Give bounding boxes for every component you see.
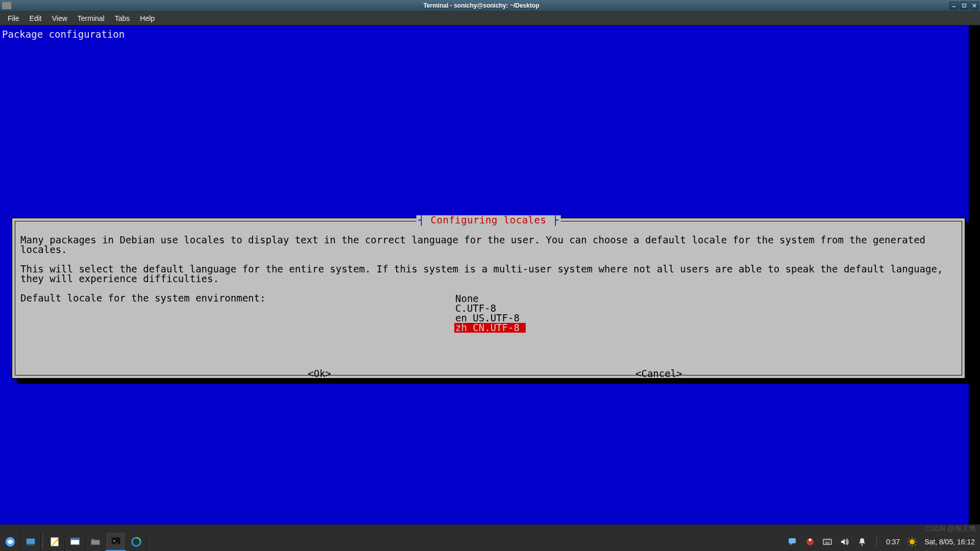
system-tray: 0:37 Sat, 8/05, 16:12 [788,533,980,551]
svg-text:>_: >_ [113,538,118,543]
svg-line-31 [909,544,910,545]
svg-rect-9 [70,538,79,540]
menu-help[interactable]: Help [135,13,160,24]
svg-line-28 [909,539,910,540]
terminal-area[interactable]: Package configuration ┤ Configuring loca… [0,26,980,524]
taskbar-launchers: >_ [0,533,146,551]
window-buttons [949,2,979,10]
maximize-button[interactable] [960,2,969,10]
chat-tray-icon[interactable] [788,537,798,547]
show-desktop-button[interactable] [20,533,41,551]
dialog-title-text: Configuring locales [431,214,547,226]
dialog-body-line3: Default locale for the system environmen… [20,292,265,304]
browser-launcher[interactable] [126,533,146,551]
close-button[interactable] [970,2,979,10]
weather-tray-icon[interactable] [907,537,917,547]
window-appicon [2,2,11,9]
start-menu-button[interactable] [0,533,20,551]
window-launcher[interactable] [65,533,85,551]
dialog-inner: ┤ Configuring locales ├ Many packages in… [15,221,962,375]
volume-tray-icon[interactable] [840,537,850,547]
window-titlebar: Terminal - sonichy@sonichy: ~/Desktop [0,0,980,12]
ok-button[interactable]: <Ok> [308,369,331,379]
svg-rect-1 [963,4,966,7]
dialog-title: ┤ Configuring locales ├ [416,215,561,225]
dialog-body-line2: This will select the default language fo… [20,263,949,284]
notification-tray-icon[interactable] [857,537,867,547]
menu-file[interactable]: File [3,13,24,24]
tray-separator [876,536,877,547]
keyboard-tray-icon[interactable] [822,537,832,547]
cancel-button[interactable]: <Cancel> [635,369,682,379]
menu-terminal[interactable]: Terminal [72,13,110,24]
svg-rect-13 [789,538,796,543]
terminal-menubar: File Edit View Terminal Tabs Help [0,12,980,26]
svg-line-30 [915,539,916,540]
terminal-launcher[interactable]: >_ [106,533,126,551]
menu-view[interactable]: View [47,13,72,24]
dialog-body-line1: Many packages in Debian use locales to d… [20,234,932,255]
locale-options-list[interactable]: None C.UTF-8 en_US.UTF-8 zh_CN.UTF-8 [454,294,526,333]
svg-rect-5 [26,539,35,544]
file-manager-launcher[interactable] [85,533,106,551]
minimize-button[interactable] [949,2,959,10]
taskbar: >_ 0:37 Sat, 8/05, 16:12 [0,533,980,551]
clock-time[interactable]: 0:37 [886,538,900,546]
text-editor-launcher[interactable] [44,533,65,551]
svg-rect-6 [26,544,35,546]
menu-tabs[interactable]: Tabs [110,13,135,24]
locale-option-zh-cn[interactable]: zh_CN.UTF-8 [454,323,526,333]
svg-point-23 [910,539,915,544]
clock-date[interactable]: Sat, 8/05, 16:12 [924,538,975,546]
config-dialog: ┤ Configuring locales ├ Many packages in… [11,217,966,379]
svg-rect-16 [823,539,831,544]
menu-edit[interactable]: Edit [24,13,47,24]
svg-point-22 [861,544,863,546]
taskbar-separator [42,535,43,549]
terminal-header-text: Package configuration [2,30,125,39]
update-tray-icon[interactable] [805,537,815,547]
svg-line-29 [915,544,916,545]
window-title: Terminal - sonichy@sonichy: ~/Desktop [13,2,949,9]
svg-point-15 [808,539,811,541]
